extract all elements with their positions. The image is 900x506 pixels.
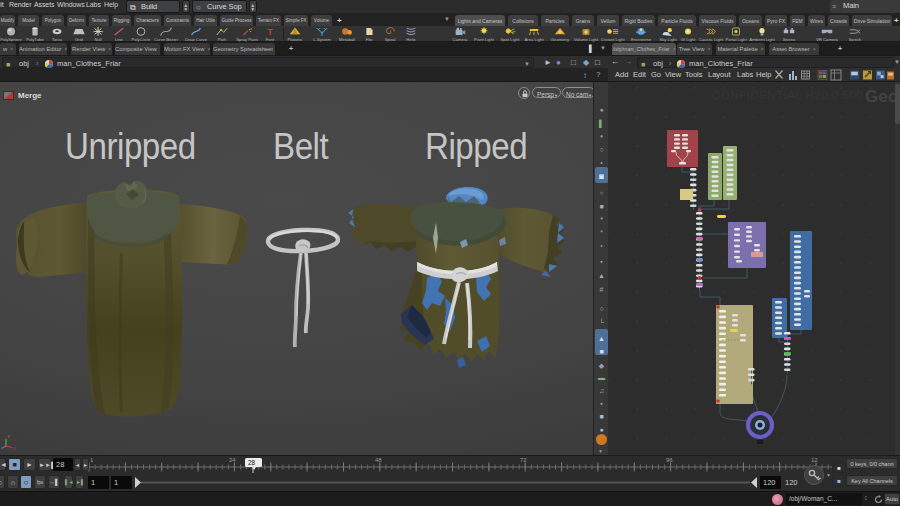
svg-text:12: 12 <box>811 457 818 463</box>
svg-text:48: 48 <box>375 457 382 463</box>
svg-text:CONFIDENTIAL H20.0.500: CONFIDENTIAL H20.0.500 <box>712 89 863 101</box>
svg-text:1: 1 <box>90 457 94 463</box>
svg-text:28: 28 <box>248 459 256 466</box>
svg-text:72: 72 <box>520 457 527 463</box>
svg-text:T: T <box>267 27 273 36</box>
svg-text:X: X <box>13 446 16 451</box>
svg-text:96: 96 <box>666 457 673 463</box>
svg-text:24: 24 <box>229 457 236 463</box>
svg-text:Y: Y <box>8 434 11 439</box>
